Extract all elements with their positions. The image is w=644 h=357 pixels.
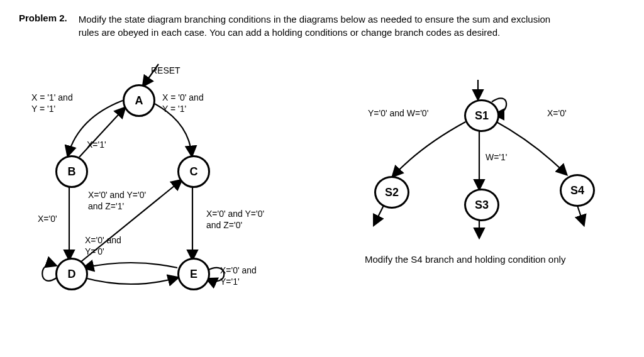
edge-S1-S4-label: X='0' bbox=[547, 108, 567, 119]
state-S2: S2 bbox=[374, 176, 409, 209]
state-C: C bbox=[177, 155, 210, 188]
edge-B-D-label: X='0' bbox=[38, 214, 57, 225]
edge-S1-S2-label: Y='0' and W='0' bbox=[368, 108, 428, 119]
state-D: D bbox=[55, 258, 88, 290]
problem-label: Problem 2. bbox=[19, 13, 67, 39]
state-S3: S3 bbox=[464, 189, 499, 221]
edge-D-C-label: X='0' and Y='0'and Z='1' bbox=[88, 190, 146, 212]
state-diagram-1: RESET A B C D E X = '1' andY = '1' X = '… bbox=[19, 58, 283, 309]
edge-A-C-label: X = '0' andY = '1' bbox=[162, 92, 204, 114]
edge-C-E-label: X='0' and Y='0'and Z='0' bbox=[206, 209, 264, 231]
svg-line-8 bbox=[577, 206, 584, 224]
problem-text: Modify the state diagram branching condi… bbox=[79, 13, 569, 39]
edge-S1-S3-label: W='1' bbox=[486, 152, 508, 163]
edge-E-self-label: X='0' andY='1' bbox=[220, 265, 257, 287]
state-diagram-2: S1 S2 S3 S4 Y='0' and W='0' W='1' X='0' … bbox=[308, 77, 610, 328]
edge-D-E-label: X='0' andY='0' bbox=[85, 235, 121, 257]
state-B: B bbox=[55, 155, 88, 188]
state-A: A bbox=[123, 84, 155, 117]
reset-label: RESET bbox=[151, 65, 180, 77]
edge-A-B-label: X = '1' andY = '1' bbox=[31, 92, 73, 114]
problem-header: Problem 2. Modify the state diagram bran… bbox=[19, 13, 625, 39]
svg-line-6 bbox=[374, 206, 384, 224]
state-S4: S4 bbox=[560, 174, 595, 207]
edge-B-A-label: X='1' bbox=[87, 140, 106, 151]
state-S1: S1 bbox=[464, 99, 499, 132]
state-E: E bbox=[177, 258, 210, 290]
diagrams-container: RESET A B C D E X = '1' andY = '1' X = '… bbox=[19, 58, 625, 328]
